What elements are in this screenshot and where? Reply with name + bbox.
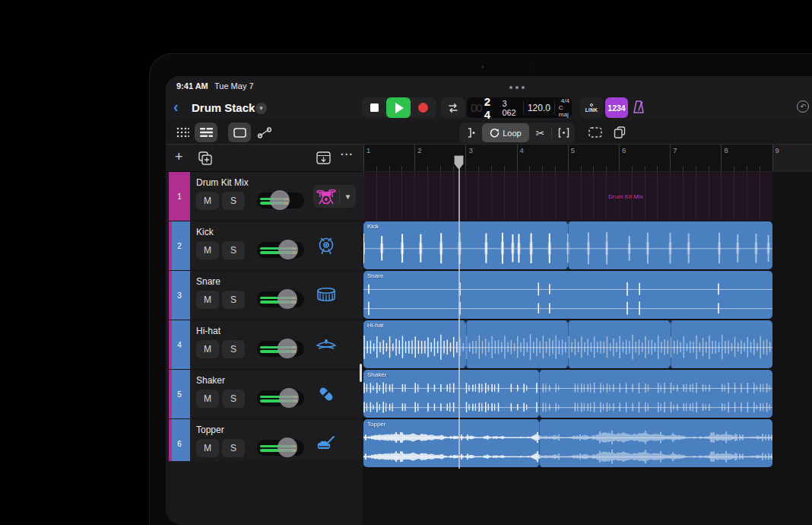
- cycle-button[interactable]: [441, 97, 465, 118]
- transport-controls: [362, 97, 436, 118]
- split-button[interactable]: ✂: [529, 123, 551, 143]
- solo-button[interactable]: S: [222, 291, 245, 309]
- volume-knob[interactable]: [279, 388, 299, 408]
- stack-collapse-chevron-icon[interactable]: ▾: [340, 192, 356, 202]
- solo-button[interactable]: S: [222, 390, 245, 408]
- project-title-chevron-icon[interactable]: ▾: [255, 103, 267, 114]
- stack-summary-lane[interactable]: Drum Kit Mix: [363, 172, 772, 221]
- track-lane[interactable]: Kick: [363, 221, 812, 270]
- track-number-strip[interactable]: 5: [169, 370, 190, 418]
- mute-button[interactable]: M: [196, 390, 219, 408]
- volume-knob[interactable]: [278, 438, 297, 457]
- volume-slider[interactable]: [257, 242, 304, 258]
- track-lane[interactable]: Snare: [363, 271, 812, 320]
- track-lane[interactable]: Drum Kit Mix: [363, 172, 812, 221]
- trim-both-button[interactable]: [552, 123, 575, 143]
- volume-slider[interactable]: [257, 192, 304, 208]
- stop-button[interactable]: [362, 97, 386, 118]
- mute-button[interactable]: M: [196, 192, 219, 210]
- track-number: 6: [177, 440, 182, 448]
- audio-region[interactable]: Kick: [363, 221, 772, 269]
- mute-button[interactable]: M: [196, 241, 219, 259]
- volume-slider[interactable]: [257, 440, 304, 456]
- track-name[interactable]: Shaker: [196, 375, 225, 386]
- metronome-button[interactable]: [630, 99, 647, 116]
- volume-knob[interactable]: [278, 240, 298, 259]
- loop-label: Loop: [503, 129, 521, 138]
- track-header-row[interactable]: 2KickMS: [166, 221, 363, 270]
- trim-start-icon: [465, 128, 477, 138]
- region-tool-button[interactable]: [228, 123, 251, 142]
- lcd-signature-key: 4/4 C maj: [559, 97, 572, 118]
- audio-region[interactable]: Shaker: [363, 370, 772, 418]
- loop-icon: [490, 128, 500, 138]
- multitasking-dots-icon[interactable]: [509, 86, 525, 89]
- track-header-row[interactable]: 4Hi-hatMS: [166, 320, 363, 369]
- lcd-display[interactable]: 00 2 4 3 062 120.0 4/4 C maj: [467, 97, 572, 118]
- solo-button[interactable]: S: [222, 192, 245, 210]
- duplicate-track-button[interactable]: [198, 151, 213, 166]
- ruler-bar-number: 4: [520, 146, 524, 154]
- link-button[interactable]: LINK: [580, 97, 603, 118]
- track-number-strip[interactable]: 3: [169, 271, 190, 320]
- track-name[interactable]: Kick: [196, 227, 214, 237]
- record-button[interactable]: [411, 97, 435, 118]
- volume-slider[interactable]: [257, 291, 304, 307]
- track-icon-button[interactable]: ▾: [313, 185, 356, 208]
- panel-scrollbar[interactable]: [360, 364, 362, 382]
- view-toolbar: Loop ✂: [166, 120, 812, 145]
- mute-button[interactable]: M: [196, 340, 219, 358]
- grid-view-button[interactable]: [173, 123, 192, 142]
- track-name[interactable]: Drum Kit Mix: [196, 177, 249, 188]
- mute-button[interactable]: M: [196, 291, 219, 309]
- lcd-position-main: 2 4: [484, 95, 500, 121]
- loop-button[interactable]: Loop: [482, 123, 529, 142]
- track-lane[interactable]: Shaker: [363, 370, 812, 418]
- track-number-strip[interactable]: 2: [169, 221, 190, 270]
- undo-icon[interactable]: ↶: [797, 100, 809, 113]
- track-number-strip[interactable]: 1: [169, 172, 190, 221]
- track-header-row[interactable]: 5ShakerMS: [166, 370, 363, 418]
- mute-button[interactable]: M: [196, 439, 219, 457]
- track-lane[interactable]: Hi-hat: [363, 320, 812, 369]
- track-name[interactable]: Topper: [196, 425, 224, 435]
- track-name[interactable]: Hi-hat: [196, 326, 220, 336]
- project-title[interactable]: Drum Stack: [192, 101, 255, 114]
- status-bar: 9:41 AM Tue May 7: [166, 76, 812, 95]
- audio-region[interactable]: Hi-hat: [363, 320, 772, 368]
- volume-knob[interactable]: [278, 339, 297, 358]
- track-header-row[interactable]: 1Drum Kit MixMS ▾: [166, 172, 363, 221]
- track-list-more-button[interactable]: ···: [341, 148, 354, 161]
- solo-button[interactable]: S: [222, 340, 245, 358]
- volume-knob[interactable]: [270, 190, 290, 210]
- ruler-bar-number: 7: [673, 146, 677, 154]
- play-button[interactable]: [386, 97, 411, 118]
- ruler-bar-number: 8: [724, 146, 728, 154]
- track-lane[interactable]: Topper: [363, 419, 812, 468]
- trim-start-button[interactable]: [459, 123, 482, 143]
- track-name[interactable]: Snare: [196, 276, 220, 287]
- waveform-canvas: [363, 221, 772, 269]
- clock-date: Tue May 7: [214, 81, 254, 91]
- bar-ruler[interactable]: 123456789: [363, 145, 812, 172]
- volume-slider[interactable]: [257, 341, 304, 357]
- tracks-view-button[interactable]: [195, 123, 217, 142]
- solo-button[interactable]: S: [222, 241, 245, 259]
- audio-region[interactable]: Topper: [363, 419, 772, 467]
- count-in-button[interactable]: 1234: [605, 97, 628, 118]
- paste-button[interactable]: [610, 123, 630, 142]
- automation-button[interactable]: [254, 123, 275, 142]
- front-camera: [481, 65, 484, 68]
- marquee-select-button[interactable]: [585, 123, 605, 142]
- stack-color-edge: [169, 320, 172, 369]
- volume-knob[interactable]: [278, 289, 297, 309]
- track-number-strip[interactable]: 4: [169, 320, 190, 369]
- add-track-button[interactable]: +: [175, 149, 183, 165]
- audio-region[interactable]: Snare: [363, 271, 772, 319]
- volume-slider[interactable]: [257, 390, 304, 406]
- hide-track-headers-button[interactable]: [316, 151, 331, 164]
- track-header-row[interactable]: 3SnareMS: [166, 271, 363, 320]
- back-chevron-icon[interactable]: ‹: [173, 98, 179, 116]
- waveform-canvas: [363, 320, 772, 368]
- solo-button[interactable]: S: [222, 439, 245, 457]
